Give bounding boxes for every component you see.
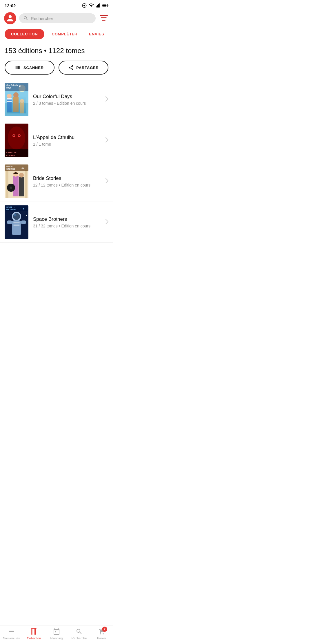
chevron-colorful-days <box>105 96 108 103</box>
scanner-button[interactable]: SCANNER <box>5 61 54 75</box>
search-icon-header <box>23 16 28 21</box>
manga-info-space-brothers: Space Brothers 31 / 32 tomes • Edition e… <box>33 216 101 228</box>
manga-info-bride-stories: Bride Stories 12 / 12 tomes • Edition en… <box>33 176 101 187</box>
svg-text:Days: Days <box>6 87 11 89</box>
signal-icon <box>96 3 100 8</box>
manga-item-bride-stories[interactable]: BRIDE STORIES 12 Bride Stories 12 / 12 t… <box>0 161 113 202</box>
svg-rect-9 <box>100 15 108 16</box>
svg-rect-8 <box>102 4 106 6</box>
tab-completer[interactable]: COMPLÉTER <box>48 29 82 39</box>
svg-rect-26 <box>20 102 24 113</box>
manga-cover-space-brothers: SPACE BROTHERS 3 <box>5 205 28 239</box>
manga-info-cthulhu: L'Appel de Cthulhu 1 / 1 tome <box>33 135 101 146</box>
manga-title-cthulhu: L'Appel de Cthulhu <box>33 135 101 140</box>
manga-title-colorful-days: Our Colorful Days <box>33 94 101 100</box>
svg-text:CTHULHU: CTHULHU <box>6 155 15 156</box>
manga-title-bride-stories: Bride Stories <box>33 176 101 181</box>
svg-rect-39 <box>25 170 27 198</box>
svg-point-56 <box>26 215 27 216</box>
svg-rect-19 <box>7 98 12 112</box>
search-bar[interactable]: Rechercher <box>19 13 96 23</box>
svg-rect-11 <box>102 20 105 21</box>
scanner-label: SCANNER <box>23 66 44 70</box>
svg-point-23 <box>7 94 12 98</box>
svg-rect-42 <box>19 177 24 196</box>
svg-text:2: 2 <box>19 84 21 87</box>
svg-point-27 <box>20 99 24 103</box>
svg-point-1 <box>83 5 85 6</box>
svg-rect-20 <box>7 98 12 99</box>
svg-point-33 <box>19 135 20 136</box>
tab-collection[interactable]: COLLECTION <box>5 29 44 39</box>
manga-item-space-brothers[interactable]: SPACE BROTHERS 3 Space Brothers 31 / 32 … <box>0 202 113 243</box>
barcode-icon <box>15 65 21 70</box>
chevron-bride-stories <box>105 178 108 184</box>
tabs-bar: COLLECTION COMPLÉTER ENVIES <box>0 27 113 43</box>
share-icon <box>68 65 74 70</box>
svg-point-43 <box>19 173 24 178</box>
manga-meta-colorful-days: 2 / 3 tomes • Edition en cours <box>33 101 101 106</box>
svg-point-59 <box>14 214 17 216</box>
svg-text:BROTHERS: BROTHERS <box>6 209 16 210</box>
manga-list: Our Colorful Days 2 <box>0 79 113 243</box>
partager-button[interactable]: PARTAGER <box>59 61 108 75</box>
cover-art-space: SPACE BROTHERS 3 <box>5 205 28 239</box>
user-icon <box>6 15 14 22</box>
manga-meta-bride-stories: 12 / 12 tomes • Edition en cours <box>33 183 101 187</box>
svg-rect-3 <box>97 5 98 8</box>
battery-icon <box>102 3 108 8</box>
svg-point-55 <box>10 214 11 214</box>
manga-cover-cthulhu: L'APPEL DE CTHULHU <box>5 124 28 157</box>
svg-point-32 <box>13 135 14 136</box>
partager-label: PARTAGER <box>76 66 99 70</box>
filter-button[interactable] <box>99 13 109 23</box>
svg-rect-38 <box>6 170 8 198</box>
chevron-space-brothers <box>105 219 108 225</box>
notification-icon <box>82 3 87 8</box>
svg-rect-22 <box>7 101 12 102</box>
svg-rect-21 <box>7 100 12 100</box>
svg-rect-62 <box>13 225 20 226</box>
stats-section: 153 éditions • 1122 tomes <box>0 43 113 58</box>
svg-point-58 <box>13 213 20 220</box>
svg-rect-10 <box>101 17 107 18</box>
status-time: 12:02 <box>5 3 16 8</box>
cover-art-cthulhu: L'APPEL DE CTHULHU <box>5 124 28 157</box>
svg-rect-61 <box>13 222 20 223</box>
svg-point-29 <box>8 126 25 150</box>
svg-rect-7 <box>108 5 108 6</box>
manga-item-colorful-days[interactable]: Our Colorful Days 2 <box>0 79 113 120</box>
manga-cover-colorful-days: Our Colorful Days 2 <box>5 83 28 116</box>
svg-rect-2 <box>96 6 97 7</box>
svg-point-25 <box>13 92 19 97</box>
svg-rect-13 <box>5 103 28 116</box>
svg-rect-4 <box>98 4 99 7</box>
manga-title-space-brothers: Space Brothers <box>33 216 101 222</box>
manga-info-colorful-days: Our Colorful Days 2 / 3 tomes • Edition … <box>33 94 101 106</box>
header: Rechercher <box>0 10 113 27</box>
action-buttons: SCANNER PARTAGER <box>0 58 113 79</box>
status-icons <box>82 3 108 8</box>
stats-text: 153 éditions • 1122 tomes <box>5 47 108 55</box>
svg-text:3: 3 <box>23 207 24 210</box>
manga-meta-cthulhu: 1 / 1 tome <box>33 142 101 146</box>
svg-rect-64 <box>21 220 26 224</box>
cover-art-bride: BRIDE STORIES 12 <box>5 164 28 198</box>
manga-meta-space-brothers: 31 / 32 tomes • Edition en cours <box>33 224 101 228</box>
svg-text:STORIES: STORIES <box>6 168 15 170</box>
chevron-cthulhu <box>105 137 108 144</box>
svg-point-45 <box>10 187 12 189</box>
svg-text:Our Colorful: Our Colorful <box>6 84 18 86</box>
manga-item-cthulhu[interactable]: L'APPEL DE CTHULHU L'Appel de Cthulhu 1 … <box>0 120 113 161</box>
wifi-icon <box>89 3 94 8</box>
avatar[interactable] <box>4 12 16 24</box>
svg-text:BRIDE: BRIDE <box>6 165 13 167</box>
cover-art-colorful: Our Colorful Days 2 <box>5 83 28 116</box>
svg-text:12: 12 <box>21 166 24 169</box>
status-bar: 12:02 <box>0 0 113 10</box>
tab-envies[interactable]: ENVIES <box>85 29 108 39</box>
svg-rect-5 <box>99 3 100 8</box>
filter-lines-icon <box>100 15 108 21</box>
manga-cover-bride-stories: BRIDE STORIES 12 <box>5 164 28 198</box>
svg-text:SPACE: SPACE <box>6 206 12 208</box>
